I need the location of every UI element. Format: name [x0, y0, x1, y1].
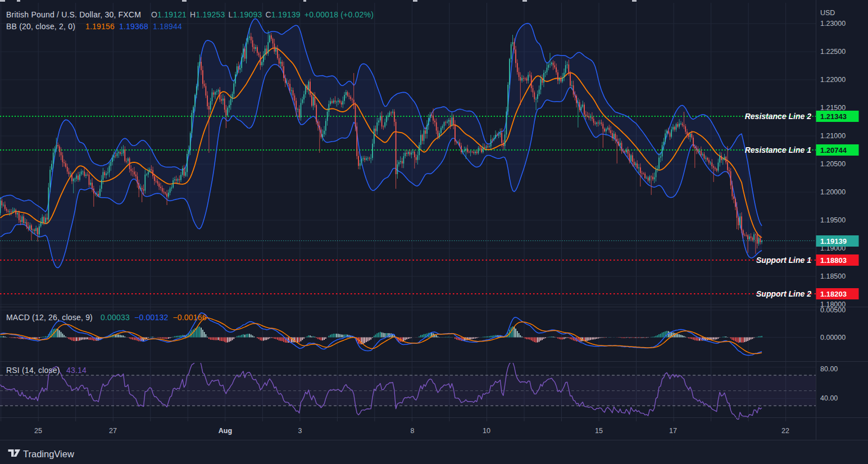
- svg-text:10: 10: [483, 427, 490, 435]
- svg-text:1.20000: 1.20000: [820, 188, 846, 196]
- svg-text:Resistance Line 1: Resistance Line 1: [745, 145, 811, 154]
- svg-text:1.18803: 1.18803: [820, 256, 847, 265]
- svg-text:25: 25: [34, 427, 42, 435]
- svg-text:1.18203: 1.18203: [820, 290, 847, 298]
- svg-text:1.22500: 1.22500: [820, 48, 846, 56]
- svg-text:40.00: 40.00: [820, 394, 838, 402]
- svg-text:1.19139: 1.19139: [820, 237, 847, 245]
- svg-text:TradingView: TradingView: [23, 449, 74, 459]
- svg-text:0.00033−0.00132−0.00166: 0.00033−0.00132−0.00166: [101, 313, 207, 322]
- svg-text:1.23000: 1.23000: [820, 20, 846, 28]
- svg-text:1.21500: 1.21500: [820, 104, 846, 112]
- svg-text:Support Line 2: Support Line 2: [756, 289, 811, 298]
- svg-text:1.20744: 1.20744: [820, 146, 847, 154]
- svg-text:80.00: 80.00: [820, 365, 838, 373]
- svg-text:17: 17: [669, 427, 677, 435]
- svg-text:Aug: Aug: [219, 427, 232, 435]
- svg-text:1.18500: 1.18500: [820, 272, 846, 280]
- svg-text:RSI (14, close): RSI (14, close): [6, 366, 60, 375]
- svg-text:Resistance Line 2: Resistance Line 2: [745, 112, 811, 121]
- svg-text:1.20500: 1.20500: [820, 160, 846, 168]
- svg-text:MACD (12, 26, close, 9): MACD (12, 26, close, 9): [6, 313, 93, 322]
- svg-text:43.14: 43.14: [66, 366, 87, 375]
- svg-text:27: 27: [109, 427, 117, 435]
- svg-text:1.191561.193681.18944: 1.191561.193681.18944: [85, 22, 182, 31]
- svg-text:British Pound / U.S. Dollar, 3: British Pound / U.S. Dollar, 30, FXCM: [6, 10, 141, 19]
- svg-text:3: 3: [298, 427, 302, 435]
- svg-text:Support Line 1: Support Line 1: [756, 256, 811, 265]
- svg-text:15: 15: [595, 427, 603, 435]
- svg-text:0.00500: 0.00500: [820, 306, 846, 314]
- svg-text:22: 22: [781, 427, 789, 435]
- svg-text:1.21000: 1.21000: [820, 132, 846, 140]
- svg-text:1.21343: 1.21343: [820, 112, 847, 121]
- svg-text:USD: USD: [820, 9, 835, 17]
- svg-text:BB (20, close, 2, 0): BB (20, close, 2, 0): [6, 22, 75, 31]
- svg-text:0.00000: 0.00000: [820, 334, 846, 342]
- svg-text:1.22000: 1.22000: [820, 76, 846, 84]
- svg-text:1.19500: 1.19500: [820, 216, 846, 224]
- svg-text:8: 8: [411, 427, 415, 435]
